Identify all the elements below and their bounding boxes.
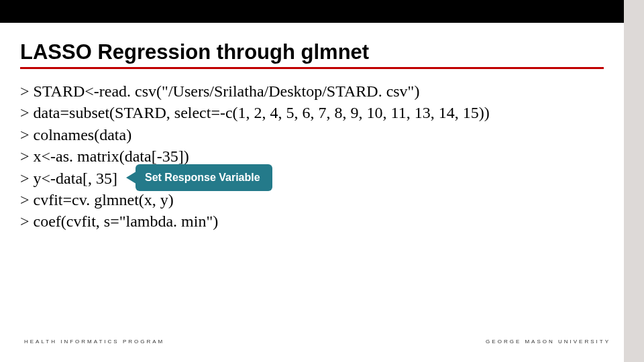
right-bar	[624, 0, 644, 362]
callout-label: Set Response Variable	[145, 172, 260, 184]
title-underline	[20, 67, 604, 69]
code-line: > coef(cvfit, s="lambda. min")	[20, 210, 490, 232]
top-bar	[0, 0, 644, 23]
code-line: > cvfit=cv. glmnet(x, y)	[20, 189, 490, 210]
footer-right: GEORGE MASON UNIVERSITY	[486, 339, 610, 345]
code-line: > data=subset(STARD, select=-c(1, 2, 4, …	[20, 102, 490, 123]
code-block: > STARD<-read. csv("/Users/Srilatha/Desk…	[20, 80, 490, 233]
slide-title: LASSO Regression through glmnet	[20, 40, 369, 64]
code-line: > colnames(data)	[20, 124, 490, 145]
callout-body: Set Response Variable	[136, 164, 272, 191]
callout: Set Response Variable	[126, 164, 287, 191]
footer-left: HEALTH INFORMATICS PROGRAM	[24, 339, 164, 345]
code-line: > STARD<-read. csv("/Users/Srilatha/Desk…	[20, 80, 490, 102]
